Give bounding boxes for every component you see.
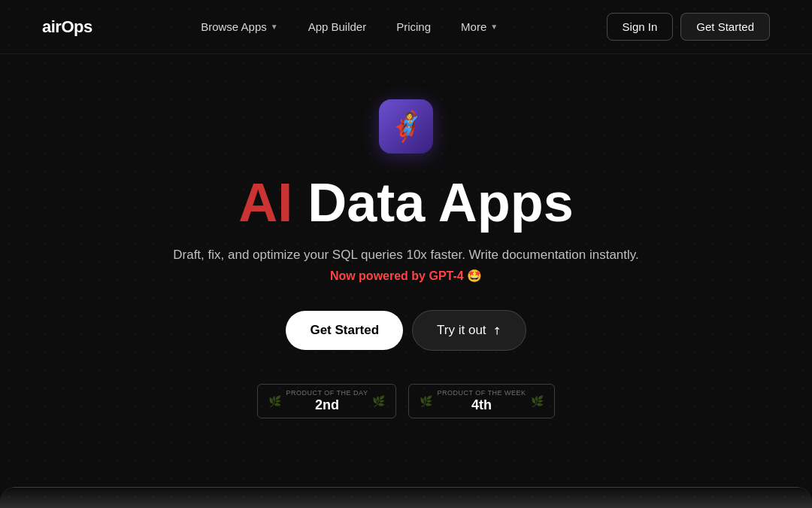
award-week-right-leaf-icon: 🌿 — [531, 395, 544, 407]
nav-pricing[interactable]: Pricing — [384, 14, 443, 39]
try-it-out-label: Try it out — [437, 323, 486, 338]
award-day-label: Product of the day — [286, 389, 368, 397]
arrow-icon: ↗ — [489, 323, 504, 338]
browse-apps-chevron-icon: ▼ — [271, 23, 278, 31]
award-day-right-leaf-icon: 🌿 — [372, 395, 385, 407]
more-chevron-icon: ▼ — [490, 23, 498, 31]
hero-headline-ai: AI — [238, 172, 292, 233]
bottom-section-hint — [0, 487, 812, 508]
hero-try-it-out-button[interactable]: Try it out ↗ — [412, 310, 526, 351]
hero-subtext: Draft, fix, and optimize your SQL querie… — [173, 245, 639, 265]
logo[interactable]: airOps — [42, 17, 92, 37]
hero-cta-group: Get Started Try it out ↗ — [286, 310, 526, 351]
awards-row: 🌿 Product of the day 2nd 🌿 🌿 Product of … — [257, 384, 554, 418]
more-label: More — [461, 20, 486, 33]
hero-mascot-emoji: 🦸 — [389, 112, 424, 141]
signin-button[interactable]: Sign In — [607, 13, 674, 41]
hero-icon: 🦸 — [379, 99, 433, 154]
logo-ps: ps — [74, 17, 92, 36]
award-day-left-leaf-icon: 🌿 — [268, 395, 281, 407]
nav-actions: Sign In Get Started — [607, 13, 770, 41]
hero-gpt-label: Now powered by GPT-4 🤩 — [330, 269, 482, 283]
hero-section: 🦸 AI Data Apps Draft, fix, and optimize … — [0, 54, 812, 418]
award-week-content: Product of the week 4th — [437, 389, 526, 413]
app-builder-label: App Builder — [308, 20, 367, 33]
hero-headline-rest: Data Apps — [292, 172, 573, 233]
award-week-rank: 4th — [437, 397, 526, 414]
nav-get-started-button[interactable]: Get Started — [680, 13, 770, 41]
award-week-label: Product of the week — [437, 389, 526, 397]
nav-links: Browse Apps ▼ App Builder Pricing More ▼ — [189, 14, 510, 39]
award-week-left-leaf-icon: 🌿 — [420, 395, 432, 407]
logo-ops: O — [61, 17, 74, 36]
award-day-rank: 2nd — [286, 397, 368, 414]
logo-air: air — [42, 17, 61, 36]
award-day-content: Product of the day 2nd — [286, 389, 368, 413]
award-badge-day: 🌿 Product of the day 2nd 🌿 — [257, 384, 396, 418]
nav-more[interactable]: More ▼ — [449, 14, 510, 39]
hero-get-started-button[interactable]: Get Started — [286, 311, 403, 350]
hero-headline: AI Data Apps — [238, 175, 573, 232]
pricing-label: Pricing — [396, 20, 431, 33]
browse-apps-label: Browse Apps — [201, 20, 267, 33]
navbar: airOps Browse Apps ▼ App Builder Pricing… — [0, 0, 812, 54]
award-badge-week: 🌿 Product of the week 4th 🌿 — [408, 384, 554, 418]
nav-app-builder[interactable]: App Builder — [296, 14, 379, 39]
nav-browse-apps[interactable]: Browse Apps ▼ — [189, 14, 289, 39]
